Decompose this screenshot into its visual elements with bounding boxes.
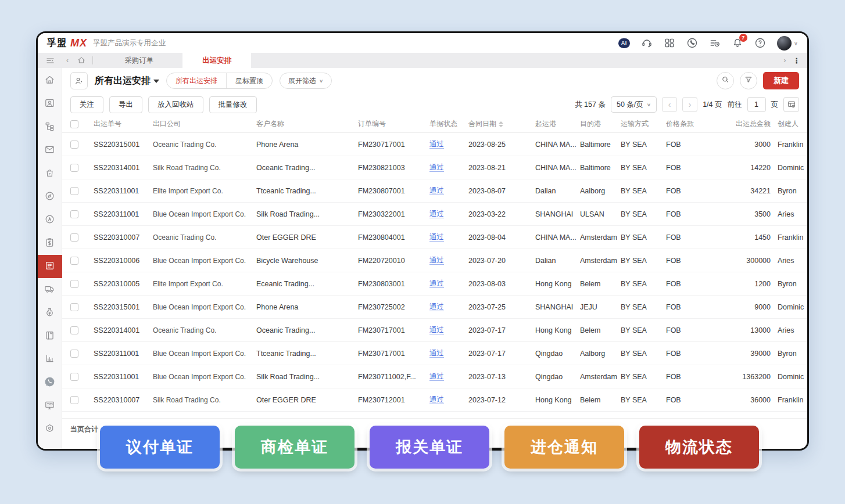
caret-down-icon xyxy=(153,80,159,83)
task-list-icon[interactable] xyxy=(709,37,721,49)
avatar[interactable] xyxy=(777,36,792,51)
status-link[interactable]: 通过 xyxy=(429,326,444,334)
sidebar-item-quotation[interactable] xyxy=(38,232,62,255)
tabs-scroll-right-icon[interactable]: › xyxy=(783,56,786,64)
sidebar-item-contacts[interactable] xyxy=(38,92,62,116)
cell-creator: Dominic xyxy=(778,303,809,311)
header-destination-port: 目的港 xyxy=(580,119,621,129)
select-all-checkbox[interactable] xyxy=(70,120,94,128)
filter-funnel-button[interactable] xyxy=(740,72,757,89)
status-link[interactable]: 通过 xyxy=(429,395,444,404)
flow-button-logistics-status[interactable]: 物流状态 xyxy=(639,426,759,469)
flow-button-inspection-docs[interactable]: 商检单证 xyxy=(235,426,355,469)
sidebar-item-target-a[interactable] xyxy=(38,208,62,232)
export-button[interactable]: 导出 xyxy=(109,96,142,113)
status-link[interactable]: 通过 xyxy=(429,303,444,311)
cell-amount: 9000 xyxy=(712,303,778,311)
column-settings-icon[interactable] xyxy=(783,97,799,112)
sidebar-item-mail[interactable] xyxy=(38,139,62,162)
ai-badge[interactable]: AI xyxy=(618,37,630,49)
flow-button-warehouse-notice[interactable]: 进仓通知 xyxy=(504,426,624,469)
row-checkbox[interactable] xyxy=(70,303,94,311)
follow-button[interactable]: 关注 xyxy=(70,96,103,113)
sidebar-item-settings[interactable] xyxy=(38,417,62,441)
row-checkbox[interactable] xyxy=(70,256,94,265)
cell-order-no: FM230712001 xyxy=(358,396,429,404)
cell-amount: 14220 xyxy=(712,164,778,172)
user-menu[interactable]: ∨ xyxy=(777,36,798,51)
recycle-bin-button[interactable]: 放入回收站 xyxy=(148,96,203,113)
cell-destination-port: Aalborg xyxy=(580,187,621,195)
cell-export-company: Blue Ocean Import Export Co. xyxy=(153,303,256,311)
help-icon[interactable] xyxy=(754,37,766,49)
sidebar-item-reports[interactable] xyxy=(38,348,62,371)
sidebar-item-home[interactable] xyxy=(38,69,62,92)
tab-more-icon[interactable]: ⋮ xyxy=(793,56,801,65)
menu-collapse-icon[interactable] xyxy=(38,53,62,68)
status-link[interactable]: 通过 xyxy=(429,233,444,242)
owner-filter-button[interactable] xyxy=(70,72,88,89)
sidebar-item-compass[interactable] xyxy=(38,185,62,208)
row-checkbox[interactable] xyxy=(70,395,94,404)
page-size-select[interactable]: 50 条/页 ∨ xyxy=(611,96,657,113)
cell-creator: Dominic xyxy=(778,164,809,172)
cell-order-no: FM230717001 xyxy=(358,350,429,358)
sidebar-item-finance[interactable] xyxy=(38,301,62,325)
create-button[interactable]: 新建 xyxy=(763,72,799,89)
back-chevron-icon[interactable]: ‹ xyxy=(62,53,73,68)
view-selector[interactable]: 所有出运安排 xyxy=(95,75,159,87)
bell-icon[interactable]: 7 xyxy=(732,37,743,49)
flow-button-negotiation-docs[interactable]: 议付单证 xyxy=(100,426,220,469)
status-link[interactable]: 通过 xyxy=(429,372,444,381)
apps-grid-icon[interactable] xyxy=(664,37,675,49)
cell-contract-date: 2023-08-07 xyxy=(468,187,535,195)
row-checkbox[interactable] xyxy=(70,372,94,381)
sidebar-item-workbench[interactable] xyxy=(38,394,62,417)
status-link[interactable]: 通过 xyxy=(429,256,444,265)
sidebar-item-whatsapp[interactable] xyxy=(38,371,62,394)
next-page-button[interactable]: › xyxy=(682,97,697,112)
row-checkbox[interactable] xyxy=(70,349,94,358)
status-link[interactable]: 通过 xyxy=(429,186,444,195)
tab-shipping-arrangement[interactable]: 出运安排 xyxy=(182,53,251,68)
status-link[interactable]: 通过 xyxy=(429,349,444,358)
row-checkbox[interactable] xyxy=(70,163,94,172)
sidebar-item-logistics[interactable] xyxy=(38,278,62,301)
status-link[interactable]: 通过 xyxy=(429,140,444,149)
notification-badge: 7 xyxy=(739,34,747,42)
status-link[interactable]: 通过 xyxy=(429,163,444,172)
sidebar-item-org-chart[interactable] xyxy=(38,116,62,139)
sidebar-item-orders[interactable] xyxy=(38,162,62,185)
home-nav-icon[interactable] xyxy=(73,53,90,68)
prev-page-button[interactable]: ‹ xyxy=(662,97,677,112)
headset-icon[interactable] xyxy=(641,37,653,49)
row-checkbox[interactable] xyxy=(70,210,94,218)
cell-amount: 1200 xyxy=(712,280,778,288)
flow-button-customs-docs[interactable]: 报关单证 xyxy=(370,426,489,469)
phone-icon[interactable] xyxy=(686,37,698,49)
sort-icon[interactable] xyxy=(499,121,503,127)
sidebar-item-shipping-doc[interactable] xyxy=(38,255,62,278)
flow-button-label: 商检单证 xyxy=(261,437,328,458)
row-checkbox[interactable] xyxy=(70,326,94,334)
table-end-divider xyxy=(62,412,807,419)
goto-page-input[interactable] xyxy=(747,97,766,112)
row-checkbox[interactable] xyxy=(70,233,94,242)
status-link[interactable]: 通过 xyxy=(429,210,444,218)
search-button[interactable] xyxy=(717,72,734,89)
cell-order-no: FM230711002,F... xyxy=(358,373,429,381)
cell-status: 通过 xyxy=(429,139,468,149)
tab-purchase-orders[interactable]: 采购订单 xyxy=(95,53,182,68)
row-checkbox[interactable] xyxy=(70,279,94,288)
cell-order-no: FM220720010 xyxy=(358,257,429,265)
cell-shipment-no: SS220311001 xyxy=(94,187,153,195)
batch-edit-button[interactable]: 批量修改 xyxy=(209,96,257,113)
cell-creator: Franklin xyxy=(778,141,809,149)
sidebar-item-ledger[interactable] xyxy=(38,325,62,348)
row-checkbox[interactable] xyxy=(70,140,94,149)
expand-filter-button[interactable]: 展开筛选 ∨ xyxy=(280,73,332,89)
status-link[interactable]: 通过 xyxy=(429,279,444,288)
filter-all-shipments[interactable]: 所有出运安排 xyxy=(167,73,226,88)
filter-starred-top[interactable]: 星标置顶 xyxy=(226,73,272,88)
row-checkbox[interactable] xyxy=(70,186,94,195)
